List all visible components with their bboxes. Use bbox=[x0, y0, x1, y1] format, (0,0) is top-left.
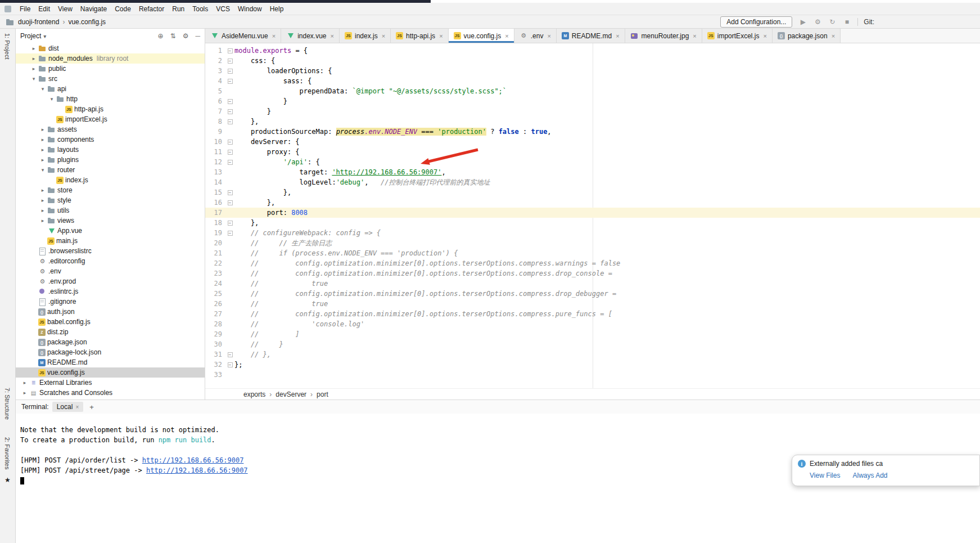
tab-vue-config-js[interactable]: JSvue.config.js× bbox=[449, 29, 514, 43]
tree-item-package-json[interactable]: {}package.json bbox=[16, 337, 205, 347]
code-line-11[interactable]: 11− proxy: { bbox=[205, 147, 980, 157]
code-line-7[interactable]: 7− } bbox=[205, 106, 980, 116]
close-icon[interactable]: × bbox=[382, 33, 385, 39]
fold-marker-icon[interactable]: − bbox=[225, 96, 234, 106]
code-line-14[interactable]: 14 logLevel:'debug', //控制台终端打印代理前的真实地址 bbox=[205, 177, 980, 187]
close-icon[interactable]: × bbox=[331, 33, 334, 39]
breadcrumb-exports[interactable]: exports bbox=[243, 391, 265, 398]
close-icon[interactable]: × bbox=[616, 33, 619, 39]
code-line-1[interactable]: 1−module.exports = { bbox=[205, 46, 980, 56]
tab-importexcel-js[interactable]: JSimportExcel.js× bbox=[702, 29, 773, 43]
tree-item-readme-md[interactable]: MREADME.md bbox=[16, 357, 205, 367]
code-line-16[interactable]: 16− }, bbox=[205, 198, 980, 208]
code-line-17[interactable]: 17 port: 8008 bbox=[205, 208, 980, 218]
menu-item-view[interactable]: View bbox=[54, 4, 76, 14]
tree-item-store[interactable]: ▸store bbox=[16, 185, 205, 195]
code-line-22[interactable]: 22 // config.optimization.minimizer[0].o… bbox=[205, 258, 980, 268]
code-line-25[interactable]: 25 // config.optimization.minimizer[0].o… bbox=[205, 289, 980, 299]
tree-item-style[interactable]: ▸style bbox=[16, 195, 205, 205]
tree-item-scratches-and-consoles[interactable]: ▸▤Scratches and Consoles bbox=[16, 388, 205, 398]
chevron-right-icon[interactable]: ▸ bbox=[38, 187, 47, 193]
tool-button-favorites[interactable]: 2: Favorites bbox=[4, 437, 11, 469]
menu-item-window[interactable]: Window bbox=[234, 4, 266, 14]
chevron-right-icon[interactable]: ▸ bbox=[38, 208, 47, 213]
tree-item-views[interactable]: ▸views bbox=[16, 216, 205, 226]
code-line-23[interactable]: 23 // config.optimization.minimizer[0].o… bbox=[205, 268, 980, 279]
fold-marker-icon[interactable]: − bbox=[225, 66, 234, 76]
chevron-right-icon[interactable]: ▸ bbox=[38, 218, 47, 223]
code-line-15[interactable]: 15− }, bbox=[205, 187, 980, 198]
stop-button[interactable]: ■ bbox=[842, 18, 852, 26]
close-icon[interactable]: × bbox=[832, 33, 835, 39]
code-line-31[interactable]: 31− // }, bbox=[205, 349, 980, 360]
code-line-24[interactable]: 24 // true bbox=[205, 279, 980, 289]
chevron-right-icon[interactable]: ▸ bbox=[38, 157, 47, 163]
fold-marker-icon[interactable]: − bbox=[225, 218, 234, 228]
fold-marker-icon[interactable]: − bbox=[225, 106, 234, 116]
menu-item-tools[interactable]: Tools bbox=[188, 4, 212, 14]
close-icon[interactable]: × bbox=[693, 33, 696, 39]
chevron-right-icon[interactable]: ▸ bbox=[38, 127, 47, 132]
url-link[interactable]: 'http://192.168.66.56:9007' bbox=[332, 168, 441, 176]
notification-link-view-files[interactable]: View Files bbox=[810, 472, 840, 479]
tree-item-api[interactable]: ▾api bbox=[16, 84, 205, 94]
tree-item-babel-config-js[interactable]: JSbabel.config.js bbox=[16, 317, 205, 327]
menu-item-run[interactable]: Run bbox=[168, 4, 188, 14]
menu-item-help[interactable]: Help bbox=[266, 4, 288, 14]
fold-marker-icon[interactable]: − bbox=[225, 187, 234, 198]
code-line-5[interactable]: 5 prependData: `@import "~@/assets/scss/… bbox=[205, 86, 980, 96]
tab-package-json[interactable]: {}package.json× bbox=[773, 29, 841, 43]
fold-marker-icon[interactable]: − bbox=[225, 56, 234, 66]
code-line-4[interactable]: 4− sass: { bbox=[205, 76, 980, 86]
code-line-20[interactable]: 20 // // 生产去除日志 bbox=[205, 238, 980, 248]
close-icon[interactable]: × bbox=[547, 33, 550, 39]
update-project-button[interactable]: ↻ bbox=[827, 18, 837, 26]
terminal-url-link[interactable]: http://192.168.66.56:9007 bbox=[146, 466, 248, 474]
fold-marker-icon[interactable]: − bbox=[225, 228, 234, 238]
tree-item-main-js[interactable]: JSmain.js bbox=[16, 236, 205, 246]
tree-item-eslintrc-js[interactable]: .eslintrc.js bbox=[16, 286, 205, 297]
chevron-down-icon[interactable]: ▾ bbox=[29, 76, 38, 82]
terminal-tab-local[interactable]: Local × bbox=[52, 402, 84, 412]
tree-item-utils[interactable]: ▸utils bbox=[16, 205, 205, 216]
fold-marker-icon[interactable]: − bbox=[225, 198, 234, 208]
tree-item-index-js[interactable]: JSindex.js bbox=[16, 175, 205, 185]
tree-item-assets[interactable]: ▸assets bbox=[16, 124, 205, 134]
tool-button-structure[interactable]: 7: Structure bbox=[4, 388, 11, 420]
chevron-right-icon[interactable]: ▸ bbox=[29, 56, 38, 61]
tree-item-http-api-js[interactable]: JShttp-api.js bbox=[16, 104, 205, 114]
tree-item-app-vue[interactable]: App.vue bbox=[16, 226, 205, 236]
chevron-right-icon[interactable]: ▸ bbox=[20, 380, 29, 385]
fold-marker-icon[interactable]: − bbox=[225, 349, 234, 360]
tree-item-gitignore[interactable]: .gitignore bbox=[16, 297, 205, 307]
chevron-right-icon[interactable]: ▸ bbox=[38, 198, 47, 203]
chevron-right-icon[interactable]: ▸ bbox=[29, 46, 38, 51]
chevron-right-icon[interactable]: ▸ bbox=[20, 390, 29, 396]
fold-marker-icon[interactable]: − bbox=[225, 137, 234, 147]
tab-index-js[interactable]: JSindex.js× bbox=[340, 29, 391, 43]
fold-marker-icon[interactable]: − bbox=[225, 157, 234, 167]
run-button[interactable]: ▶ bbox=[798, 18, 808, 26]
tree-item-env[interactable]: ⚙.env bbox=[16, 266, 205, 276]
tree-item-router[interactable]: ▾router bbox=[16, 165, 205, 175]
chevron-right-icon[interactable]: ▸ bbox=[29, 66, 38, 71]
code-line-3[interactable]: 3− loaderOptions: { bbox=[205, 66, 980, 76]
chevron-down-icon[interactable]: ▾ bbox=[38, 86, 47, 92]
code-line-18[interactable]: 18− }, bbox=[205, 218, 980, 228]
chevron-right-icon[interactable]: ▸ bbox=[38, 147, 47, 152]
fold-marker-icon[interactable]: − bbox=[225, 116, 234, 127]
menu-item-vcs[interactable]: VCS bbox=[212, 4, 234, 14]
terminal-url-link[interactable]: http://192.168.66.56:9007 bbox=[142, 456, 244, 464]
code-line-29[interactable]: 29 // ] bbox=[205, 329, 980, 339]
close-icon[interactable]: × bbox=[763, 33, 766, 39]
tab-asidemenu-vue[interactable]: AsideMenu.vue× bbox=[205, 29, 281, 43]
project-panel-title[interactable]: Project bbox=[20, 32, 41, 40]
code-line-10[interactable]: 10− devServer: { bbox=[205, 137, 980, 147]
code-line-8[interactable]: 8− }, bbox=[205, 116, 980, 127]
tab-http-api-js[interactable]: JShttp-api.js× bbox=[391, 29, 448, 43]
code-line-6[interactable]: 6− } bbox=[205, 96, 980, 106]
close-icon[interactable]: × bbox=[272, 33, 276, 39]
breadcrumb-port[interactable]: port bbox=[317, 391, 328, 398]
tab-env[interactable]: ⚙.env× bbox=[514, 29, 557, 43]
close-icon[interactable]: × bbox=[439, 33, 442, 39]
